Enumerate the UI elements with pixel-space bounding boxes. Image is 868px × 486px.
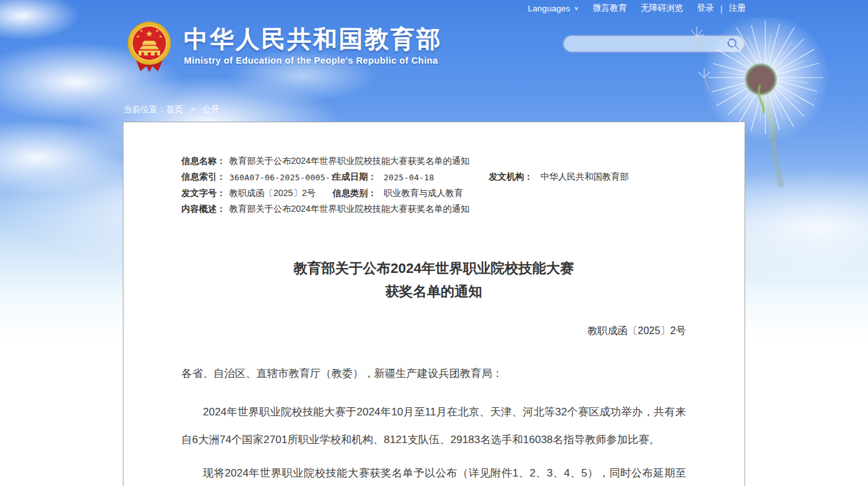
chevron-down-icon: ∨: [574, 5, 579, 11]
document-number: 教职成函〔2025〕2号: [181, 325, 686, 338]
login-link[interactable]: 登录: [697, 3, 714, 14]
content-panel: 信息名称： 教育部关于公布2024年世界职业院校技能大赛获奖名单的通知 信息索引…: [123, 122, 745, 486]
svg-text:★: ★: [159, 34, 163, 38]
register-link[interactable]: 注册: [729, 3, 746, 14]
china-national-emblem-icon: ★ ★ ★ ★ ★: [125, 20, 174, 73]
meta-date-value: 2025-04-18: [384, 173, 489, 182]
svg-text:★: ★: [146, 29, 153, 38]
meta-index-label: 信息索引：: [181, 171, 229, 183]
meta-date-label: 生成日期：: [333, 171, 384, 183]
document-title: 教育部关于公布2024年世界职业院校技能大赛 获奖名单的通知: [181, 257, 686, 303]
paragraph-1: 2024年世界职业院校技能大赛于2024年10月至11月在北京、天津、河北等32…: [181, 398, 686, 454]
document-title-line1: 教育部关于公布2024年世界职业院校技能大赛: [181, 257, 686, 280]
svg-text:★: ★: [136, 34, 140, 38]
link-accessibility-browse[interactable]: 无障碍浏览: [641, 3, 683, 14]
meta-docno-value: 教职成函〔2025〕2号: [229, 188, 333, 199]
search-box: [562, 35, 745, 53]
meta-row-name: 信息名称： 教育部关于公布2024年世界职业院校技能大赛获奖名单的通知: [181, 153, 686, 170]
paragraph-2: 现将2024年世界职业院校技能大赛获奖名单予以公布（详见附件1、2、3、4、5）…: [181, 460, 686, 486]
breadcrumb-separator: >: [191, 105, 195, 114]
document-title-line2: 获奖名单的通知: [181, 280, 686, 303]
breadcrumb: 当前位置： 首页 > 公开: [123, 104, 220, 115]
meta-row-index: 信息索引： 360A07-06-2025-0005-1 生成日期： 2025-0…: [181, 170, 686, 186]
meta-docno-label: 发文字号：: [181, 188, 229, 199]
magnifier-icon: [726, 37, 740, 51]
link-weiyan-jiaoyu[interactable]: 微言教育: [593, 3, 627, 14]
site-title: 中华人民共和国教育部: [184, 25, 442, 53]
languages-label: Languages: [528, 4, 570, 13]
breadcrumb-home-link[interactable]: 首页: [166, 104, 183, 115]
site-subtitle: Ministry of Education of the People's Re…: [184, 55, 442, 66]
meta-category-label: 信息类别：: [333, 188, 384, 199]
site-masthead: ★ ★ ★ ★ ★ 中华人民共和国教育部 Ministry of Edu: [125, 20, 442, 73]
meta-row-docno: 发文字号： 教职成函〔2025〕2号 信息类别： 职业教育与成人教育: [181, 185, 686, 202]
masthead-titles: 中华人民共和国教育部 Ministry of Education of the …: [184, 20, 442, 73]
svg-text:★: ★: [140, 28, 144, 33]
meta-summary-value: 教育部关于公布2024年世界职业院校技能大赛获奖名单的通知: [229, 204, 686, 215]
meta-category-value: 职业教育与成人教育: [384, 188, 686, 199]
meta-name-value: 教育部关于公布2024年世界职业院校技能大赛获奖名单的通知: [229, 156, 686, 167]
salutation: 各省、自治区、直辖市教育厅（教委），新疆生产建设兵团教育局：: [181, 360, 686, 388]
meta-name-label: 信息名称：: [181, 156, 229, 167]
search-input[interactable]: [564, 36, 722, 52]
search-button[interactable]: [722, 36, 744, 52]
breadcrumb-section-link[interactable]: 公开: [203, 104, 220, 115]
meta-row-summary: 内容概述： 教育部关于公布2024年世界职业院校技能大赛获奖名单的通知: [181, 202, 686, 218]
topbar-divider: |: [720, 4, 722, 13]
breadcrumb-label: 当前位置：: [123, 104, 166, 115]
languages-menu[interactable]: Languages ∨: [528, 4, 579, 13]
meta-summary-label: 内容概述：: [181, 204, 229, 215]
national-emblem-logo[interactable]: ★ ★ ★ ★ ★: [125, 20, 174, 73]
meta-index-value: 360A07-06-2025-0005-1: [229, 173, 333, 182]
meta-org-label: 发文机构：: [489, 171, 540, 183]
document-metadata: 信息名称： 教育部关于公布2024年世界职业院校技能大赛获奖名单的通知 信息索引…: [181, 153, 686, 217]
top-utility-bar: Languages ∨ 微言教育 无障碍浏览 登录 | 注册: [514, 1, 746, 15]
svg-text:★: ★: [156, 28, 159, 33]
meta-org-value: 中华人民共和国教育部: [540, 171, 686, 183]
